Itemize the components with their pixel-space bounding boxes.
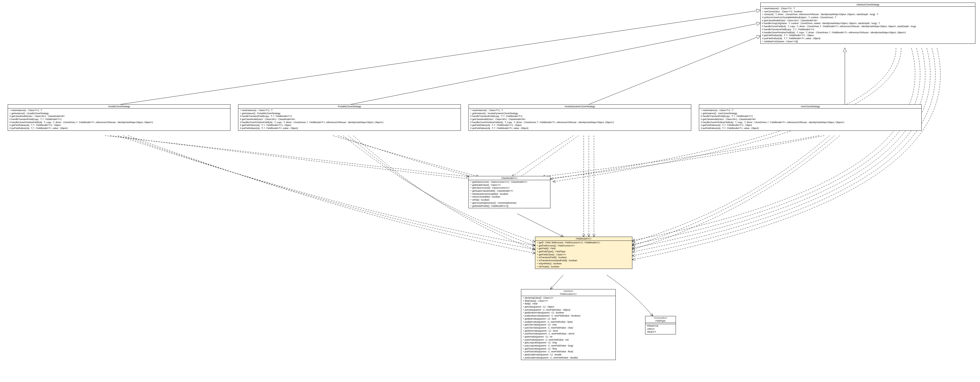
- member-row: # putFieldValue(obj : T, f : FieldModel<…: [762, 37, 974, 40]
- member-row: # handleTransientField(copy : T, f : Fie…: [10, 118, 229, 121]
- member-row: # getFieldValue(obj : T, f : FieldModel<…: [470, 124, 689, 127]
- member-row: + isTransientAnnotatedField() : boolean: [537, 259, 630, 262]
- class-title: AbstractCloneStrategy: [856, 3, 880, 6]
- member-row: + getClassAccess() : ClassAccess<C>: [470, 187, 549, 190]
- member-row: + getFieldType() : FieldType: [537, 250, 630, 253]
- stereotype: «interface»: [521, 289, 616, 292]
- class-portable-clone-strategy: PortableCloneStrategy + newInstance(c : …: [238, 105, 461, 131]
- class-invoke-dynamic-clone-strategy: InvokeDynamicCloneStrategy + newInstance…: [468, 105, 691, 131]
- member-row: # putFieldValue(obj : T, f : FieldModel<…: [701, 127, 920, 130]
- class-unsafe-clone-strategy: UnsafeCloneStrategy + newInstance(c : Cl…: [8, 105, 231, 131]
- member-row: # getClassModel(clazz : Class<W>) : Clas…: [762, 19, 974, 22]
- class-class-model: ClassModel<C> + get(classAccess : ClassA…: [468, 176, 550, 208]
- class-title: FieldModel<C>: [576, 238, 591, 240]
- member-row: + getInstance() : InvokeDynamicCloneStra…: [470, 112, 689, 115]
- enum-field-type: «enumeration» FieldType PRIMITIVEARRAYOB…: [645, 316, 676, 334]
- member-row: + getFieldClass() : Class<?>: [537, 253, 630, 256]
- member-row: # handleClonePrimitiveField(obj : T, cop…: [240, 121, 459, 124]
- member-row: + newInstance(c : Class<T>) : T: [10, 109, 229, 112]
- member-row: # getFieldValue(obj : T, f : FieldModel<…: [240, 124, 459, 127]
- member-row: + newInstance(c : Class<T>) : T: [762, 7, 974, 10]
- member-row: + getIntValue(parent : C) : int: [523, 335, 614, 339]
- member-row: # getClassModel(clazz : Class<W>) : Clas…: [701, 118, 920, 121]
- member-row: + fieldClass() : Class<?>: [523, 300, 614, 303]
- member-row: # performCloneForCloneableMethod(object …: [762, 16, 974, 19]
- member-row: # handleClonePrimitiveField(obj : T, cop…: [762, 31, 974, 34]
- member-row: + newInstance(c : Class<T>) : T: [470, 109, 689, 112]
- member-row: + clone(obj : T, driver : CloneDriver, r…: [762, 13, 974, 16]
- member-row: + putValue(parent : C, newFieldValue : O…: [523, 309, 614, 312]
- member-row: + get(classAccess : ClassAccess<C>) : Cl…: [470, 181, 549, 184]
- class-title: UnsafeCloneStrategy: [108, 105, 130, 108]
- member-row: + getField() : Field: [537, 247, 630, 250]
- stereotype: «enumeration»: [645, 316, 676, 319]
- member-row: + isDetectedAsImmutable() : boolean: [470, 193, 549, 196]
- member-row: + getInstance() : UnsafeCloneStrategy: [10, 112, 229, 115]
- class-title: PortableCloneStrategy: [338, 105, 361, 108]
- member-row: + declaringClass() : Class<C>: [523, 296, 614, 300]
- member-row: + canClone(clazz : Class<?>) : boolean: [762, 10, 974, 13]
- member-row: # handleClonePrimitiveField(obj : T, cop…: [701, 121, 920, 124]
- member-row: + getCharValue(parent : C) : char: [523, 323, 614, 327]
- member-row: + field() : Field: [523, 303, 614, 306]
- member-row: + getSuperClassModel() : ClassModel<?>: [470, 190, 549, 193]
- member-row: + getLongValue(parent : C) : long: [523, 341, 614, 344]
- member-row: # handleTransientField(copy : T, f : Fie…: [762, 28, 974, 31]
- member-row: # handleClonePrimitiveField(obj : T, cop…: [470, 121, 689, 124]
- member-row: # handleArray(origValue : T, context : C…: [762, 22, 974, 25]
- member-row: + isNonCloneable() : boolean: [470, 195, 549, 198]
- member-row: + isTransientField() : boolean: [537, 256, 630, 259]
- member-row: + putDoubleValue(parent : C, newFieldVal…: [523, 357, 614, 360]
- class-title: FieldType: [655, 320, 665, 322]
- class-title: ClassModel<C>: [501, 177, 518, 179]
- member-row: + getDoubleValue(parent : C) : double: [523, 353, 614, 357]
- member-row: # putFieldValue(obj : T, f : FieldModel<…: [10, 127, 229, 130]
- member-row: + isPrivate() : boolean: [537, 265, 630, 268]
- class-title: InvokeDynamicCloneStrategy: [565, 105, 595, 108]
- member-row: + putFloatValue(parent : C, newFieldValu…: [523, 350, 614, 353]
- member-row: + putShortValue(parent : C, newFieldValu…: [523, 332, 614, 335]
- class-title: FieldAccess<C>: [560, 293, 577, 295]
- member-row: + getInstance() : AsmCloneStrategy: [701, 112, 920, 115]
- member-row: # handleClonePrimitiveField(obj : T, cop…: [10, 121, 229, 124]
- member-row: + getValue(parent : C) : Object: [523, 306, 614, 309]
- member-row: # getFieldValue(obj : T, f : FieldModel<…: [762, 34, 974, 37]
- member-row: # getClassModel(clazz : Class<W>) : Clas…: [10, 115, 229, 118]
- member-row: + getByteValue(parent : C) : byte: [523, 317, 614, 320]
- enum-value: OBJECT: [647, 331, 674, 334]
- member-row: + newInstance(c : Class<T>) : T: [701, 109, 920, 112]
- member-row: + putBooleanValue(parent : C, newFieldVa…: [523, 314, 614, 317]
- member-row: + getFieldAccess() : FieldAccess<C>: [537, 244, 630, 247]
- member-row: + putByteValue(parent : C, newFieldValue…: [523, 320, 614, 324]
- member-row: # putFieldValue(obj : T, f : FieldModel<…: [240, 127, 459, 130]
- member-row: + getFloatValue(parent : C) : float: [523, 347, 614, 350]
- member-row: + getModelClass() : Class<?>: [470, 184, 549, 187]
- class-title: AsmCloneStrategy: [800, 105, 820, 108]
- member-row: + isFlat() : boolean: [470, 198, 549, 201]
- member-row: + putLongValue(parent : C, newFieldValue…: [523, 344, 614, 347]
- member-row: + getBooleanValue(parent : C) : boolean: [523, 311, 614, 314]
- enum-value: ARRAY: [647, 328, 674, 331]
- member-row: # putFieldValue(obj : T, f : FieldModel<…: [470, 127, 689, 130]
- member-row: # getFieldValue(obj : T, f : FieldModel<…: [701, 124, 920, 127]
- member-row: + getModelFields() : FieldModel<C>[]: [470, 205, 549, 208]
- enum-value: PRIMITIVE: [647, 325, 674, 328]
- member-row: + isSynthetic() : boolean: [537, 262, 630, 265]
- member-row: + newInstance(c : Class<T>) : T: [240, 109, 459, 112]
- member-row: + getShortValue(parent : C) : short: [523, 330, 614, 333]
- member-row: + putCharValue(parent : C, newFieldValue…: [523, 327, 614, 330]
- class-asm-clone-strategy: AsmCloneStrategy + newInstance(c : Class…: [699, 105, 922, 131]
- member-row: # handleCloneField(obj : T, copy : T, dr…: [762, 25, 974, 28]
- interface-field-access: «interface» FieldAccess<C> + declaringCl…: [521, 289, 616, 360]
- member-row: # handleTransientField(copy : T, f : Fie…: [470, 115, 689, 118]
- class-field-model: FieldModel<C> + get(f : Field, fieldAcce…: [535, 237, 632, 269]
- member-row: + getCloneImplementor() : CloneImplement…: [470, 201, 549, 205]
- member-row: + get(f : Field, fieldAccess : FieldAcce…: [537, 241, 630, 244]
- member-row: + initialiseFor(classes : Class<?>[]): [762, 40, 974, 43]
- member-row: # handleTransientField(copy : T, f : Fie…: [240, 115, 459, 118]
- class-abstract-clone-strategy: AbstractCloneStrategy + newInstance(c : …: [760, 3, 975, 44]
- member-row: # handleTransientField(copy : T, f : Fie…: [701, 115, 920, 118]
- member-row: + putIntValue(parent : C, newFieldValue …: [523, 339, 614, 342]
- member-row: # getClassModel(clazz : Class<W>) : Clas…: [470, 118, 689, 121]
- member-row: + getInstance() : PortableCloneStrategy: [240, 112, 459, 115]
